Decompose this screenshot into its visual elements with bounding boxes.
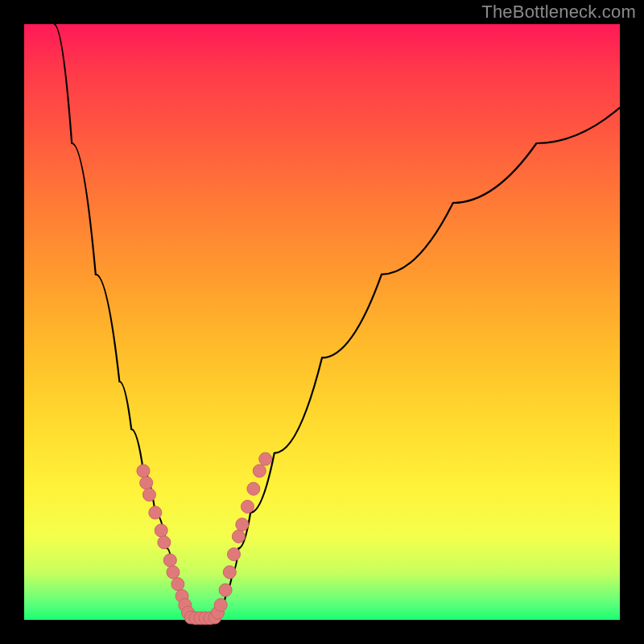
dot-layer — [24, 24, 620, 620]
data-point — [228, 548, 241, 561]
data-point — [142, 489, 155, 502]
data-point — [140, 477, 153, 489]
data-point — [253, 464, 266, 477]
watermark-text: TheBottleneck.com — [481, 2, 636, 23]
data-point — [137, 464, 150, 477]
data-point — [219, 584, 232, 597]
data-point — [232, 530, 245, 543]
data-point — [259, 452, 272, 465]
data-point — [223, 566, 236, 579]
dots-group — [137, 452, 272, 625]
data-point — [242, 500, 254, 513]
plot-area — [24, 24, 620, 620]
data-point — [149, 506, 162, 519]
chart-frame: TheBottleneck.com — [0, 0, 644, 644]
data-point — [171, 578, 184, 591]
data-point — [236, 518, 249, 531]
data-point — [247, 482, 260, 495]
data-point — [155, 524, 167, 537]
data-point — [158, 536, 171, 549]
data-point — [214, 599, 227, 612]
data-point — [167, 566, 180, 579]
data-point — [163, 554, 176, 567]
